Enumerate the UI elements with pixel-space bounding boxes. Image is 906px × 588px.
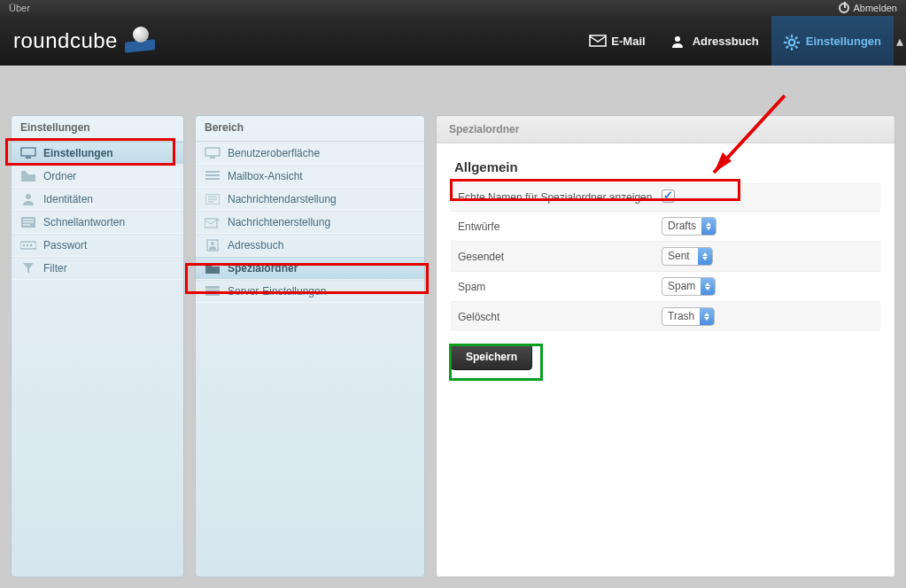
row-sent: Gesendet Sent — [451, 241, 880, 271]
nav-settings[interactable]: Einstellungen — [771, 16, 894, 66]
svg-rect-37 — [205, 293, 220, 296]
section-heading: Allgemein — [451, 154, 880, 183]
utility-bar: Über Abmelden — [0, 0, 906, 16]
section-item-ui[interactable]: Benutzeroberfläche — [196, 142, 424, 165]
list-item-label: Server-Einstellungen — [228, 285, 326, 298]
envelope-icon — [589, 35, 605, 47]
person-icon — [670, 35, 686, 47]
list-item-label: Filter — [43, 262, 67, 275]
svg-rect-17 — [23, 224, 30, 226]
spam-label: Spam — [458, 281, 662, 293]
svg-rect-35 — [205, 286, 220, 289]
sections-list: Benutzeroberfläche Mailbox-Ansicht Nachr… — [196, 142, 424, 303]
row-spam: Spam Spam — [451, 271, 880, 301]
select-arrows-icon — [698, 248, 712, 265]
list-item-label: Ordner — [43, 170, 76, 182]
content-panel: Spezialordner Allgemein Echte Namen für … — [436, 115, 895, 577]
list-icon — [205, 170, 221, 182]
drafts-label: Entwürfe — [458, 220, 662, 233]
section-item-mailbox[interactable]: Mailbox-Ansicht — [196, 165, 424, 188]
spam-select-value: Spam — [662, 278, 701, 295]
nav-mail[interactable]: E-Mail — [577, 16, 657, 66]
settings-list: Einstellungen Ordner Identitäten Schnell… — [12, 142, 183, 280]
svg-point-34 — [211, 242, 214, 245]
settings-item-schnellantworten[interactable]: Schnellantworten — [12, 211, 183, 234]
roundcube-logo-icon — [125, 30, 155, 51]
addressbook-icon — [205, 239, 221, 251]
svg-rect-16 — [23, 221, 34, 223]
svg-point-19 — [23, 244, 26, 247]
sections-panel-title: Bereich — [196, 116, 424, 142]
svg-line-8 — [795, 46, 797, 48]
list-item-label: Mailbox-Ansicht — [228, 170, 303, 182]
sections-panel: Bereich Benutzeroberfläche Mailbox-Ansic… — [195, 115, 425, 577]
svg-line-10 — [786, 46, 787, 48]
sent-label: Gesendet — [458, 251, 662, 263]
identity-icon — [20, 193, 36, 205]
section-item-server[interactable]: Server-Einstellungen — [196, 280, 424, 303]
select-arrows-icon — [700, 308, 714, 325]
settings-panel: Einstellungen Einstellungen Ordner Ident… — [11, 115, 184, 577]
list-item-label: Adressbuch — [228, 239, 283, 251]
app-logo: roundcube — [13, 28, 155, 53]
svg-rect-15 — [23, 219, 34, 220]
svg-rect-25 — [205, 174, 220, 176]
svg-line-7 — [786, 37, 787, 39]
real-names-checkbox[interactable] — [662, 190, 675, 203]
svg-rect-22 — [205, 148, 220, 156]
content-body: Allgemein Echte Namen für Spezialordner … — [437, 143, 894, 576]
nav-mail-label: E-Mail — [611, 35, 645, 48]
drafts-select[interactable]: Drafts — [662, 217, 716, 236]
svg-point-13 — [26, 194, 31, 199]
row-real-names: Echte Namen für Spezialordner anzeigen — [451, 183, 880, 211]
settings-panel-title: Einstellungen — [12, 116, 183, 142]
nav-addressbook[interactable]: Adressbuch — [658, 16, 771, 66]
power-icon — [839, 3, 849, 13]
svg-text:+: + — [216, 217, 221, 224]
logout-label: Abmelden — [853, 3, 897, 13]
select-arrows-icon — [701, 278, 715, 295]
list-item-label: Passwort — [43, 239, 87, 251]
sent-select[interactable]: Sent — [662, 247, 713, 266]
list-item-label: Nachrichtendarstellung — [228, 193, 337, 205]
svg-rect-26 — [205, 178, 220, 180]
server-icon — [205, 285, 221, 298]
folder-icon — [20, 170, 36, 182]
section-item-msgcompose[interactable]: + Nachrichtenerstellung — [196, 211, 424, 234]
svg-rect-11 — [21, 148, 35, 156]
nav-settings-label: Einstellungen — [806, 35, 881, 48]
settings-item-einstellungen[interactable]: Einstellungen — [12, 142, 183, 165]
list-item-label: Benutzeroberfläche — [228, 147, 320, 159]
svg-point-2 — [788, 40, 794, 46]
content-panel-title: Spezialordner — [437, 116, 894, 143]
svg-rect-36 — [205, 290, 220, 292]
settings-item-filter[interactable]: Filter — [12, 257, 183, 280]
nav-addressbook-label: Adressbuch — [693, 35, 759, 48]
top-navigation: E-Mail Adressbuch Einstellungen ▴ — [577, 16, 906, 66]
svg-rect-12 — [26, 157, 31, 159]
spam-select[interactable]: Spam — [662, 277, 716, 296]
password-icon — [20, 239, 36, 251]
nav-settings-caret[interactable]: ▴ — [894, 16, 906, 66]
logout-link[interactable]: Abmelden — [839, 3, 897, 13]
section-item-msgdisplay[interactable]: Nachrichtendarstellung — [196, 188, 424, 211]
save-button[interactable]: Speichern — [451, 344, 532, 370]
svg-point-21 — [30, 244, 33, 247]
list-item-label: Nachrichtenerstellung — [228, 216, 330, 228]
list-item-label: Schnellantworten — [43, 216, 125, 228]
about-link[interactable]: Über — [9, 3, 30, 13]
trash-select[interactable]: Trash — [662, 307, 715, 326]
svg-line-9 — [795, 37, 797, 39]
section-item-addressbook[interactable]: Adressbuch — [196, 234, 424, 257]
compose-icon: + — [205, 216, 221, 228]
settings-item-identitaeten[interactable]: Identitäten — [12, 188, 183, 211]
trash-select-value: Trash — [662, 308, 700, 325]
folder-icon — [205, 262, 221, 275]
settings-item-ordner[interactable]: Ordner — [12, 165, 183, 188]
settings-item-passwort[interactable]: Passwort — [12, 234, 183, 257]
row-drafts: Entwürfe Drafts — [451, 211, 880, 241]
section-item-specialfolders[interactable]: Spezialordner — [196, 257, 424, 280]
row-trash: Gelöscht Trash — [451, 301, 880, 331]
svg-rect-24 — [205, 171, 220, 173]
list-item-label: Einstellungen — [43, 147, 113, 159]
